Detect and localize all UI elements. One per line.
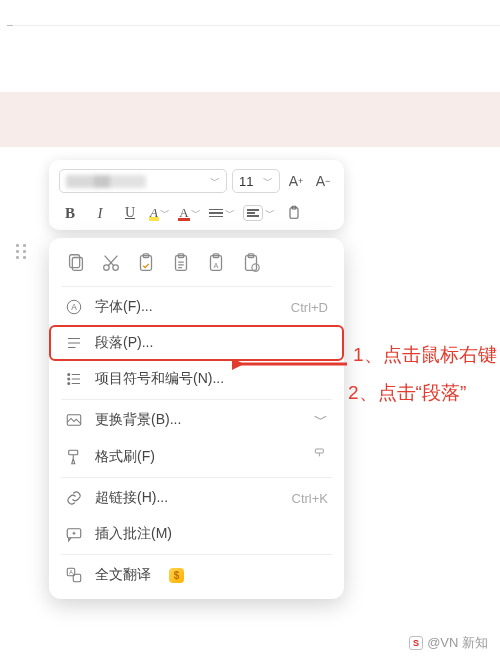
align-icon (243, 205, 263, 222)
menu-item-paragraph[interactable]: 段落(P)... (49, 325, 344, 361)
clipboard-icon (286, 205, 302, 221)
menu-item-background[interactable]: 更换背景(B)... ﹀ (49, 402, 344, 438)
clipboard-button[interactable] (283, 202, 305, 224)
watermark-logo-icon: S (409, 636, 423, 650)
separator (61, 477, 332, 478)
chevron-down-icon: ﹀ (191, 206, 201, 220)
line-spacing-button[interactable]: ﹀ (209, 202, 235, 224)
bold-button[interactable]: B (59, 202, 81, 224)
italic-button[interactable]: I (89, 202, 111, 224)
chevron-down-icon: ﹀ (225, 206, 235, 220)
chevron-down-icon: ﹀ (263, 174, 273, 188)
font-family-select[interactable]: ﹀ (59, 169, 227, 193)
mini-toolbar: ﹀ 11 ﹀ A+ A− B I U A ﹀ A ﹀ ﹀ ﹀ (49, 160, 344, 230)
context-menu: A A 字体(F)... Ctrl+D 段落(P)... 项目符号和编号(N).… (49, 238, 344, 599)
annotation-step-1: 1、点击鼠标右键 (353, 342, 497, 368)
chevron-down-icon: ﹀ (160, 206, 170, 220)
link-icon (65, 489, 83, 507)
premium-badge-icon: $ (169, 568, 184, 583)
separator (61, 399, 332, 400)
svg-point-19 (68, 378, 70, 380)
menu-item-bullets[interactable]: 项目符号和编号(N)... (49, 361, 344, 397)
paste-text-icon[interactable] (170, 252, 192, 274)
separator (61, 554, 332, 555)
chevron-down-icon: ﹀ (210, 174, 220, 188)
list-icon (65, 370, 83, 388)
font-size-select[interactable]: 11 ﹀ (232, 169, 280, 193)
chevron-down-icon: ﹀ (314, 411, 328, 429)
svg-rect-22 (69, 450, 78, 455)
cut-icon[interactable] (100, 252, 122, 274)
menu-item-hyperlink[interactable]: 超链接(H)... Ctrl+K (49, 480, 344, 516)
paste-as-icon[interactable]: A (205, 252, 227, 274)
paste-icon[interactable] (135, 252, 157, 274)
svg-text:A: A (71, 303, 77, 312)
menu-label: 更换背景(B)... (95, 411, 181, 429)
underline-button[interactable]: U (119, 202, 141, 224)
svg-text:A: A (69, 569, 73, 575)
font-size-value: 11 (239, 174, 253, 189)
image-icon (65, 411, 83, 429)
svg-point-20 (68, 383, 70, 385)
menu-label: 格式刷(F) (95, 448, 155, 466)
watermark: S @VN 新知 (409, 634, 488, 652)
menu-shortcut: Ctrl+D (291, 300, 328, 315)
paragraph-icon (65, 334, 83, 352)
paste-special-icon[interactable] (240, 252, 262, 274)
menu-label: 项目符号和编号(N)... (95, 370, 224, 388)
separator (61, 286, 332, 287)
annotation-step-2: 2、点击“段落” (348, 380, 466, 406)
svg-rect-3 (72, 258, 82, 271)
svg-point-18 (68, 374, 70, 376)
format-painter-icon (65, 448, 83, 466)
menu-label: 超链接(H)... (95, 489, 168, 507)
alignment-button[interactable]: ﹀ (243, 202, 275, 224)
menu-label: 段落(P)... (95, 334, 153, 352)
menu-shortcut: Ctrl+K (292, 491, 328, 506)
svg-rect-23 (315, 449, 323, 453)
menu-label: 字体(F)... (95, 298, 153, 316)
format-painter-tail-icon (312, 447, 328, 466)
font-name-blurred (66, 175, 146, 188)
page-header-band (0, 92, 500, 147)
decrease-font-button[interactable]: A− (312, 170, 334, 192)
menu-item-format-painter[interactable]: 格式刷(F) (49, 438, 344, 475)
menu-item-translate[interactable]: A 全文翻译 $ (49, 557, 344, 593)
font-color-button[interactable]: A ﹀ (179, 202, 201, 224)
svg-text:A: A (214, 261, 219, 270)
chevron-down-icon: ﹀ (265, 206, 275, 220)
highlight-color-button[interactable]: A ﹀ (149, 202, 171, 224)
translate-icon: A (65, 566, 83, 584)
menu-item-comment[interactable]: 插入批注(M) (49, 516, 344, 552)
line-spacing-icon (209, 207, 223, 220)
font-icon: A (65, 298, 83, 316)
watermark-text: @VN 新知 (427, 634, 488, 652)
svg-rect-2 (70, 255, 80, 268)
menu-label: 全文翻译 (95, 566, 151, 584)
menu-label: 插入批注(M) (95, 525, 172, 543)
copy-icon[interactable] (65, 252, 87, 274)
comment-icon (65, 525, 83, 543)
drag-handle-icon[interactable] (16, 244, 27, 259)
menu-item-font[interactable]: A 字体(F)... Ctrl+D (49, 289, 344, 325)
increase-font-button[interactable]: A+ (285, 170, 307, 192)
